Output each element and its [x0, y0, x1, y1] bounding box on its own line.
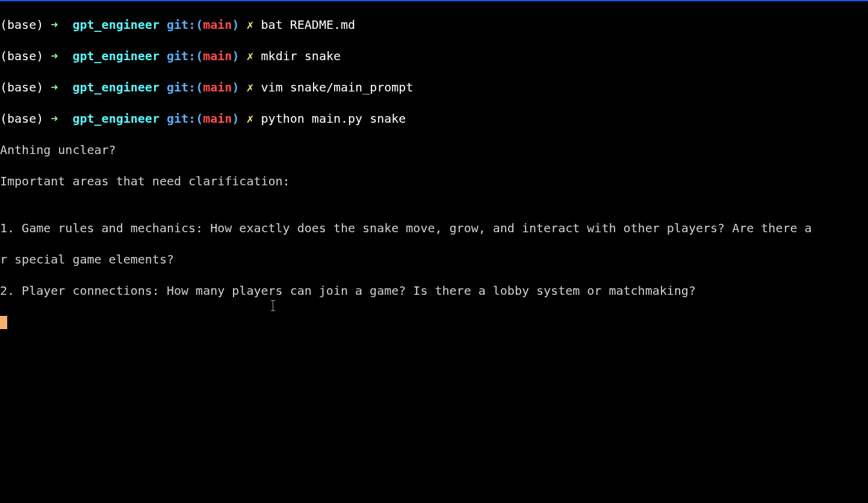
terminal-cursor	[0, 316, 7, 329]
git-branch: main	[203, 17, 232, 32]
program-output: Anthing unclear?	[0, 142, 868, 158]
program-output: r special game elements?	[0, 252, 868, 267]
git-paren-close: )	[232, 49, 239, 63]
conda-env: (base)	[0, 17, 43, 32]
cwd: gpt_engineer	[72, 80, 160, 94]
program-output: 2. Player connections: How many players …	[0, 283, 868, 298]
git-paren-close: )	[232, 111, 239, 126]
command-text: mkdir snake	[261, 49, 341, 63]
prompt-line: (base) ➜ gpt_engineer git:(main) ✗ mkdir…	[0, 48, 868, 64]
prompt-arrow-icon: ➜	[51, 80, 58, 94]
prompt-line: (base) ➜ gpt_engineer git:(main) ✗ bat R…	[0, 17, 868, 32]
git-paren-open: (	[196, 80, 203, 94]
git-dirty-icon: ✗	[246, 49, 253, 63]
git-paren-open: (	[196, 111, 203, 126]
git-paren-open: (	[196, 17, 203, 32]
cwd: gpt_engineer	[72, 49, 160, 63]
git-paren-close: )	[232, 80, 239, 94]
git-branch: main	[203, 111, 232, 126]
conda-env: (base)	[0, 80, 43, 94]
git-branch: main	[203, 80, 232, 94]
input-line[interactable]	[0, 314, 868, 330]
conda-env: (base)	[0, 111, 43, 126]
program-output: 1. Game rules and mechanics: How exactly…	[0, 220, 868, 236]
cwd: gpt_engineer	[72, 17, 160, 32]
program-output: Important areas that need clarification:	[0, 173, 868, 189]
command-text: python main.py snake	[261, 111, 406, 126]
git-dirty-icon: ✗	[246, 17, 253, 32]
git-dirty-icon: ✗	[246, 80, 253, 94]
prompt-line: (base) ➜ gpt_engineer git:(main) ✗ vim s…	[0, 79, 868, 95]
conda-env: (base)	[0, 49, 43, 63]
git-paren-close: )	[232, 17, 239, 32]
prompt-arrow-icon: ➜	[51, 49, 58, 63]
git-branch: main	[203, 49, 232, 63]
git-dirty-icon: ✗	[246, 111, 253, 126]
git-paren-open: (	[196, 49, 203, 63]
git-label: git:	[167, 80, 196, 94]
git-label: git:	[167, 17, 196, 32]
prompt-arrow-icon: ➜	[51, 111, 58, 126]
git-label: git:	[167, 111, 196, 126]
terminal-output[interactable]: (base) ➜ gpt_engineer git:(main) ✗ bat R…	[0, 1, 868, 345]
command-text: bat README.md	[261, 17, 356, 32]
command-text: vim snake/main_prompt	[261, 80, 414, 94]
git-label: git:	[167, 49, 196, 63]
prompt-arrow-icon: ➜	[51, 17, 58, 32]
prompt-line: (base) ➜ gpt_engineer git:(main) ✗ pytho…	[0, 111, 868, 126]
cwd: gpt_engineer	[72, 111, 160, 126]
